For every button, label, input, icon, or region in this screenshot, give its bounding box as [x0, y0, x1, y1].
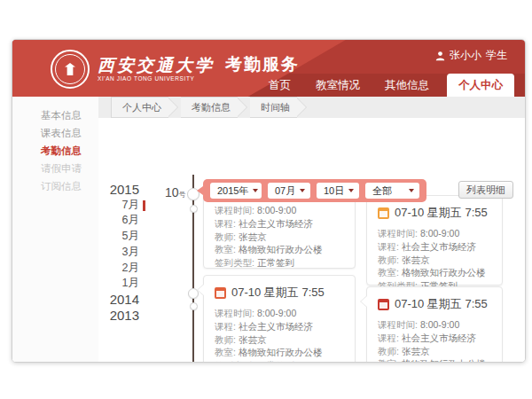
- nav-item-classrooms[interactable]: 教室情况: [303, 74, 372, 97]
- timeline-scale: 2015 7月 6月 5月 3月 2月 1月 2014 2013: [52, 182, 139, 323]
- card-field: 课程时间:8:00-9:00: [378, 227, 491, 240]
- person-icon: [435, 51, 445, 61]
- scale-month[interactable]: 6月: [52, 213, 139, 229]
- attendance-type-icon: [215, 287, 226, 299]
- timeline-axis: [192, 175, 194, 363]
- attendance-card: 07-10 星期五 7:55 课程时间:8:00-9:00 课程:社会主义市场经…: [203, 275, 356, 363]
- nav-item-home[interactable]: 首页: [256, 74, 303, 97]
- scale-month[interactable]: 2月: [52, 261, 139, 277]
- card-field: 课程:社会主义市场经济: [215, 217, 344, 231]
- day-marker-10: 10号: [165, 185, 186, 200]
- caret-down-icon: [348, 189, 354, 192]
- attendance-type-icon: [378, 207, 389, 219]
- app-header: 西安交通大学 XI'AN JIAO TONG UNIVERSITY 考勤服务 张…: [12, 40, 525, 97]
- brand-text: 西安交通大学 XI'AN JIAO TONG UNIVERSITY: [98, 56, 215, 82]
- caret-down-icon: [300, 189, 305, 192]
- card-field: 课程时间:8:00-9:00: [378, 318, 491, 332]
- sidebar-item-basic-info[interactable]: 基本信息: [12, 106, 98, 124]
- card-header: 07-10 星期五 7:55: [378, 296, 491, 312]
- scale-year[interactable]: 2015: [52, 182, 139, 198]
- breadcrumb-item-attendance-info[interactable]: 考勤信息: [181, 97, 238, 118]
- type-dropdown[interactable]: 全部: [365, 183, 419, 199]
- card-header: 07-10 星期五 7:55: [215, 285, 344, 301]
- scale-month[interactable]: 5月: [52, 229, 139, 245]
- scale-month-current[interactable]: 7月: [52, 198, 139, 214]
- list-detail-button[interactable]: 列表明细: [458, 181, 513, 199]
- card-field: 教室:格物致知行政办公楼: [215, 346, 344, 359]
- attendance-card: 07-10 星期五 7:55 课程时间:8:00-9:00 课程:社会主义市场经…: [366, 286, 503, 363]
- seal-glyph: [65, 63, 75, 75]
- year-dropdown[interactable]: 2015年: [210, 183, 262, 199]
- card-field: 课程:社会主义市场经济: [378, 240, 491, 254]
- sidebar-item-attendance-info[interactable]: 考勤信息: [12, 142, 98, 160]
- scale-month[interactable]: 1月: [52, 276, 139, 292]
- day-dropdown[interactable]: 10日: [317, 183, 359, 199]
- user-role: 学生: [486, 48, 507, 63]
- card-field: 课程时间:8:00-9:00: [215, 204, 344, 217]
- caret-down-icon: [409, 189, 414, 192]
- card-field: 教师:张芸京: [378, 254, 491, 267]
- card-field: 教师:张芸京: [215, 333, 344, 347]
- university-name-en: XI'AN JIAO TONG UNIVERSITY: [98, 74, 215, 82]
- card-field: 教室:格物致知行政办公楼: [378, 357, 491, 363]
- main-nav: 首页 教室情况 其他信息 个人中心: [256, 74, 514, 97]
- month-dropdown[interactable]: 07月: [268, 183, 310, 199]
- current-month-tick: [143, 200, 145, 211]
- card-field: 教师:张芸京: [378, 345, 491, 358]
- page: 西安交通大学 XI'AN JIAO TONG UNIVERSITY 考勤服务 张…: [0, 0, 532, 399]
- breadcrumb-item-timeline[interactable]: 时间轴: [250, 97, 297, 118]
- attendance-card: 07-10 星期五 7:55 课程时间:8:00-9:00 课程:社会主义市场经…: [366, 195, 503, 286]
- caret-down-icon: [253, 189, 258, 192]
- app-body: 基本信息 课表信息 考勤信息 请假申请 订阅信息 个人中心 考勤信息 时间轴 2…: [12, 97, 525, 362]
- scale-year[interactable]: 2014: [52, 292, 139, 308]
- attendance-type-icon: [378, 299, 389, 310]
- card-header: 07-10 星期五 7:55: [378, 205, 491, 221]
- date-filter-bubble: 2015年 07月 10日 全部: [203, 179, 426, 202]
- breadcrumb-item-personal-center[interactable]: 个人中心: [111, 97, 168, 118]
- nav-item-personal-center[interactable]: 个人中心: [447, 74, 514, 97]
- breadcrumb: 个人中心 考勤信息 时间轴: [98, 97, 525, 118]
- user-menu[interactable]: 张小小 学生: [435, 48, 507, 63]
- card-field: 课程:社会主义市场经济: [378, 332, 491, 345]
- card-field: 教室:格物致知行政办公楼: [215, 243, 344, 256]
- timeline-node: [190, 205, 198, 213]
- university-seal-icon: [51, 50, 90, 89]
- scale-month[interactable]: 3月: [52, 245, 139, 261]
- nav-item-other-info[interactable]: 其他信息: [372, 74, 442, 97]
- timeline-node: [190, 302, 198, 310]
- card-field: 签到类型:正常签到: [215, 359, 344, 363]
- app-window: 西安交通大学 XI'AN JIAO TONG UNIVERSITY 考勤服务 张…: [12, 39, 526, 363]
- card-field: 课程时间:8:00-9:00: [215, 307, 344, 320]
- user-name: 张小小: [450, 48, 481, 63]
- university-name-cn: 西安交通大学: [98, 56, 215, 74]
- sidebar-item-leave-request[interactable]: 请假申请: [12, 160, 98, 177]
- sidebar-item-schedule-info[interactable]: 课表信息: [12, 124, 98, 142]
- card-field: 教室:格物致知行政办公楼: [378, 266, 491, 279]
- card-field: 教师:张芸京: [215, 231, 344, 244]
- card-field: 签到类型:正常签到: [215, 256, 344, 270]
- card-field: 课程:社会主义市场经济: [215, 320, 344, 333]
- scale-year[interactable]: 2013: [52, 308, 139, 324]
